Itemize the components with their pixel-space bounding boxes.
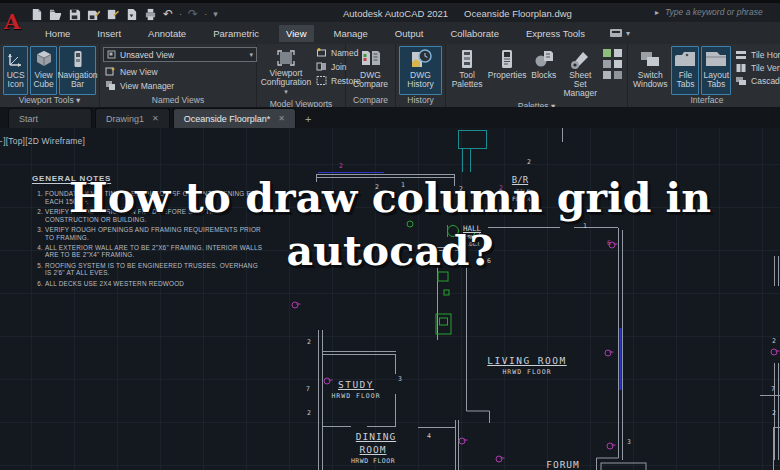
blocks-button[interactable]: Blocks — [529, 46, 558, 101]
view-manager-label: View Manager — [120, 81, 174, 91]
view-cube-label: View Cube — [32, 71, 55, 89]
tile-horizontally-button[interactable]: Tile Horizontally — [733, 49, 780, 61]
tab-view[interactable]: View — [279, 25, 313, 42]
join-viewport-icon — [316, 61, 327, 72]
print-icon[interactable] — [144, 8, 157, 21]
tab-express-tools[interactable]: Express Tools — [519, 25, 592, 42]
layout-tabs-button[interactable]: Layout Tabs — [701, 46, 731, 95]
dwg-compare-button[interactable]: DWG Compare — [349, 46, 392, 95]
undo-dropdown-icon[interactable]: · — [179, 9, 182, 19]
viewport-configuration-button[interactable]: Viewport Configuration ▾ — [260, 46, 312, 99]
switch-windows-button[interactable]: Switch Windows — [631, 46, 669, 95]
plan-number: 1 — [401, 181, 405, 189]
palette-grid-icons-2[interactable] — [602, 59, 624, 69]
dwg-history-label-2: History — [407, 80, 433, 89]
new-drawing-tab-button[interactable]: + — [305, 113, 311, 128]
new-view-button[interactable]: New View — [103, 65, 253, 78]
ribbon-display-toggle[interactable]: ▾ — [609, 28, 630, 38]
panel-compare: DWG Compare Compare — [346, 44, 396, 107]
tool-palettes-label: Tool Palettes — [451, 71, 483, 89]
tab-output[interactable]: Output — [388, 25, 431, 42]
drawing-viewport[interactable]: −][Top][2D Wireframe] — [0, 128, 780, 470]
general-notes-title: GENERAL NOTES — [32, 174, 264, 183]
plan-number: 2 — [527, 158, 531, 166]
tab-collaborate[interactable]: Collaborate — [443, 25, 506, 42]
door-marker-icon — [459, 438, 466, 445]
view-dropdown[interactable]: Unsaved View ▾ — [103, 47, 257, 62]
window-title: Autodesk AutoCAD 2021 Oceanside Floorpla… — [343, 8, 572, 19]
redo-dropdown-icon[interactable]: · — [204, 9, 207, 19]
plan-number: 7 — [306, 385, 310, 393]
search-go-icon[interactable]: ▸ — [655, 8, 659, 17]
note-item: ALL EXTERIOR WALL ARE TO BE 2"X6" FRAMIN… — [45, 244, 264, 259]
file-tabs-label: File Tabs — [673, 71, 697, 89]
tab-insert[interactable]: Insert — [90, 25, 128, 42]
file-tab-start[interactable]: Start — [8, 108, 92, 128]
tab-manage[interactable]: Manage — [327, 25, 375, 42]
save-icon[interactable] — [68, 8, 81, 21]
file-tab-drawing1[interactable]: Drawing1 ✕ — [95, 108, 170, 128]
plan-number: 7 — [771, 385, 775, 393]
palette-grid-icons-1[interactable] — [602, 48, 624, 58]
dwg-history-button[interactable]: DWG History — [399, 46, 442, 95]
view-cube-icon — [34, 49, 54, 69]
plan-number: 2 — [459, 185, 463, 193]
search-input[interactable]: ▸ Type a keyword or phrase — [655, 7, 780, 17]
general-notes: GENERAL NOTES FOUNDATION VENTING IS EQUA… — [32, 174, 264, 290]
view-cube-button[interactable]: View Cube — [30, 46, 57, 95]
plot-icon[interactable] — [106, 8, 119, 21]
export-icon[interactable] — [125, 8, 138, 21]
room-floor-br-2: FLOOR — [512, 195, 530, 202]
sheet-set-manager-label: Sheet Set Manager — [562, 71, 598, 98]
tab-home[interactable]: Home — [38, 25, 77, 42]
switch-windows-icon — [639, 49, 661, 69]
tool-palettes-icon — [458, 49, 476, 69]
panel-model-viewports: Viewport Configuration ▾ Named Join Rest… — [257, 44, 346, 107]
navigation-bar-button[interactable]: Navigation Bar — [59, 46, 96, 95]
plan-number: 3 — [398, 375, 402, 383]
close-icon[interactable]: ✕ — [152, 114, 159, 123]
file-tab-start-label: Start — [19, 114, 38, 124]
room-label-living-room: LIVING ROOM — [487, 355, 566, 366]
panel-label-named-views: Named Views — [100, 95, 256, 107]
open-folder-icon[interactable] — [49, 8, 62, 21]
view-dropdown-caret: ▾ — [249, 51, 253, 59]
tab-annotate[interactable]: Annotate — [141, 25, 193, 42]
palette-grid-icons-3[interactable] — [602, 70, 624, 80]
view-manager-icon — [105, 80, 116, 91]
tile-vertically-button[interactable]: Tile Vertically — [733, 62, 780, 74]
ucs-icon-button[interactable]: UCS Icon — [3, 46, 28, 95]
room-floor-hall-1: HRWD — [464, 234, 477, 240]
room-floor-br-1: TILE — [516, 188, 530, 195]
properties-label: Properties — [488, 71, 527, 80]
view-dropdown-icon — [107, 50, 116, 59]
room-floor-living-room: HRWD FLOOR — [502, 368, 551, 376]
room-label-br: B/R — [512, 175, 528, 185]
blocks-label: Blocks — [531, 71, 556, 80]
save-as-icon[interactable] — [87, 8, 100, 21]
ucs-icon-label: UCS Icon — [5, 71, 26, 89]
redo-icon[interactable]: ↷ — [188, 8, 198, 20]
qat-overflow-icon[interactable]: ▾ — [213, 9, 218, 19]
plan-number: 4 — [427, 432, 431, 440]
properties-button[interactable]: Properties — [487, 46, 527, 101]
view-manager-button[interactable]: View Manager — [103, 79, 253, 92]
cascade-button[interactable]: Cascade — [733, 75, 780, 87]
undo-icon[interactable]: ↶ — [163, 8, 173, 20]
panel-label-viewport-tools[interactable]: Viewport Tools ▾ — [0, 95, 99, 107]
panel-named-views: Unsaved View ▾ New View View Manager Nam… — [100, 44, 257, 107]
tool-palettes-button[interactable]: Tool Palettes — [449, 46, 485, 101]
new-file-icon[interactable] — [30, 8, 43, 21]
autocad-logo[interactable]: A — [4, 7, 24, 39]
file-tab-oceanside[interactable]: Oceanside Floorplan* ✕ — [173, 108, 296, 128]
sheet-set-manager-button[interactable]: Sheet Set Manager — [560, 46, 600, 101]
viewport-configuration-label: Viewport Configuration — [261, 69, 312, 87]
file-tabs-button[interactable]: File Tabs — [671, 46, 699, 95]
file-tab-drawing1-label: Drawing1 — [106, 114, 144, 124]
dwg-compare-label-2: Compare — [353, 80, 388, 89]
door-marker-icon — [605, 350, 612, 357]
panel-label-history: History — [396, 95, 445, 107]
close-icon[interactable]: ✕ — [278, 114, 285, 123]
tab-parametric[interactable]: Parametric — [206, 25, 266, 42]
tile-vertically-label: Tile Vertically — [751, 63, 780, 73]
